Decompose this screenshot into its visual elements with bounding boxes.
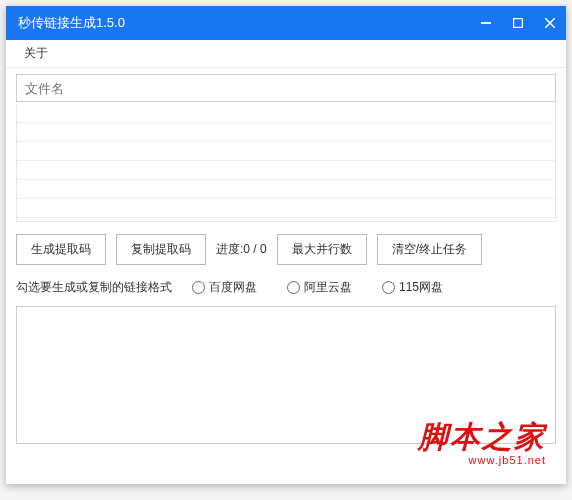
radio-icon (287, 281, 300, 294)
radio-baidu-label: 百度网盘 (209, 279, 257, 296)
window-title: 秒传链接生成1.5.0 (18, 14, 125, 32)
clear-stop-button[interactable]: 清空/终止任务 (377, 234, 482, 265)
radio-baidu[interactable]: 百度网盘 (192, 279, 257, 296)
svg-rect-0 (481, 22, 491, 24)
radio-aliyun[interactable]: 阿里云盘 (287, 279, 352, 296)
svg-rect-1 (514, 19, 523, 28)
maximize-button[interactable] (502, 6, 534, 40)
close-icon (545, 18, 555, 28)
progress-text: 进度:0 / 0 (216, 241, 267, 258)
max-parallel-button[interactable]: 最大并行数 (277, 234, 367, 265)
close-button[interactable] (534, 6, 566, 40)
radio-icon (192, 281, 205, 294)
maximize-icon (513, 18, 523, 28)
app-window: 秒传链接生成1.5.0 关于 生成提取码 复制提取码 进度:0 / 0 最大并行… (6, 6, 566, 484)
content-area: 生成提取码 复制提取码 进度:0 / 0 最大并行数 清空/终止任务 勾选要生成… (6, 68, 566, 450)
progress-label: 进度: (216, 242, 243, 256)
progress-total: 0 (260, 242, 267, 256)
format-label: 勾选要生成或复制的链接格式 (16, 279, 172, 296)
radio-icon (382, 281, 395, 294)
output-textarea[interactable] (16, 306, 556, 444)
file-list[interactable] (16, 104, 556, 222)
button-row: 生成提取码 复制提取码 进度:0 / 0 最大并行数 清空/终止任务 (16, 234, 556, 265)
watermark-url: www.jb51.net (418, 454, 546, 466)
radio-aliyun-label: 阿里云盘 (304, 279, 352, 296)
radio-group: 百度网盘 阿里云盘 115网盘 (192, 279, 443, 296)
minimize-icon (481, 22, 491, 24)
copy-code-button[interactable]: 复制提取码 (116, 234, 206, 265)
window-controls (470, 6, 566, 40)
progress-separator: / (250, 242, 260, 256)
filename-input[interactable] (16, 74, 556, 102)
radio-115[interactable]: 115网盘 (382, 279, 443, 296)
title-bar[interactable]: 秒传链接生成1.5.0 (6, 6, 566, 40)
minimize-button[interactable] (470, 6, 502, 40)
format-row: 勾选要生成或复制的链接格式 百度网盘 阿里云盘 115网盘 (16, 279, 556, 296)
menu-about[interactable]: 关于 (16, 41, 56, 66)
menu-bar: 关于 (6, 40, 566, 68)
radio-115-label: 115网盘 (399, 279, 443, 296)
generate-code-button[interactable]: 生成提取码 (16, 234, 106, 265)
